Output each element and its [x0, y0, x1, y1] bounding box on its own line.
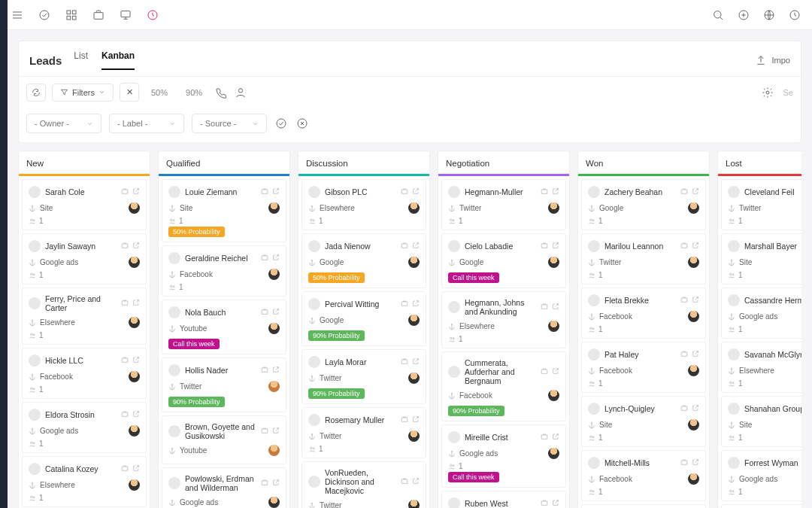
lead-card[interactable]: Catalina KozeyElsewhere1	[22, 456, 147, 507]
plus-circle-icon[interactable]	[737, 8, 750, 22]
clock-alert-icon[interactable]	[146, 8, 159, 22]
lead-card[interactable]: Eldora StrosinGoogle ads1	[22, 402, 147, 453]
open-icon[interactable]	[692, 458, 699, 468]
chip-90[interactable]: 90%	[180, 85, 208, 100]
search-icon[interactable]	[711, 8, 725, 22]
lead-card[interactable]: Nola BauchYoutubeCall this week	[162, 300, 286, 354]
lead-card[interactable]: Rosemary MullerTwitter1	[301, 407, 426, 458]
briefcase-icon[interactable]	[401, 187, 408, 197]
lead-card[interactable]: Layla MorarTwitter90% Probability	[301, 349, 426, 404]
lead-card[interactable]: Pat HaleyFacebook1	[581, 342, 706, 393]
open-icon[interactable]	[412, 187, 420, 197]
open-icon[interactable]	[552, 367, 559, 377]
menu-icon[interactable]	[11, 8, 24, 22]
open-icon[interactable]	[272, 253, 280, 263]
open-icon[interactable]	[132, 241, 140, 251]
lead-card[interactable]: Jada NienowGoogle50% Probability	[301, 233, 426, 288]
lead-card[interactable]: Mitchell-MillsFacebook1	[581, 450, 706, 501]
assignee-avatar[interactable]	[129, 425, 140, 437]
briefcase-icon[interactable]	[121, 464, 129, 474]
briefcase-icon[interactable]	[121, 409, 129, 420]
tab-list[interactable]: List	[74, 50, 88, 70]
assignee-avatar[interactable]	[268, 269, 280, 280]
open-icon[interactable]	[132, 187, 140, 197]
briefcase-icon[interactable]	[680, 403, 688, 414]
search-placeholder[interactable]: Se	[783, 88, 793, 97]
assignee-avatar[interactable]	[129, 202, 140, 214]
briefcase-icon[interactable]	[680, 349, 688, 360]
open-icon[interactable]	[272, 426, 280, 437]
label-select[interactable]: - Label -	[109, 114, 184, 133]
filters-button[interactable]: Filters	[52, 84, 114, 102]
grid-icon[interactable]	[65, 8, 78, 22]
lead-card[interactable]: Savanah McGlynnElsewhere1	[721, 342, 801, 393]
column-body[interactable]: Hegmann-MullerTwitter1Cielo LabadieGoogl…	[438, 176, 569, 508]
lead-card[interactable]: Marshall BayerSite1	[721, 233, 801, 284]
briefcase-icon[interactable]	[401, 357, 408, 367]
assignee-avatar[interactable]	[688, 419, 699, 430]
user-icon[interactable]	[234, 86, 247, 99]
open-icon[interactable]	[272, 365, 280, 376]
lead-card[interactable]: Fleta BrekkeFacebook1	[581, 287, 706, 339]
assignee-avatar[interactable]	[268, 497, 280, 508]
assignee-avatar[interactable]	[129, 479, 140, 491]
lead-card[interactable]: Percival WittingGoogle90% Probability	[301, 291, 426, 346]
open-icon[interactable]	[272, 187, 280, 197]
column-body[interactable]: Cleveland FeilTwitter1Marshall BayerSite…	[718, 176, 801, 508]
briefcase-icon[interactable]	[401, 241, 408, 251]
lead-card[interactable]: Marilou LeannonTwitter1	[581, 233, 706, 284]
lead-card[interactable]: Louie ZiemannSite150% Probability	[162, 179, 286, 242]
open-icon[interactable]	[552, 432, 559, 443]
globe-icon[interactable]	[762, 8, 776, 22]
open-icon[interactable]	[692, 403, 699, 414]
history-icon[interactable]	[788, 8, 801, 22]
lead-card[interactable]: Hickle LLCFacebook1	[22, 348, 147, 399]
assignee-avatar[interactable]	[129, 371, 140, 382]
open-icon[interactable]	[692, 241, 699, 251]
briefcase-icon[interactable]	[121, 187, 129, 197]
open-icon[interactable]	[552, 187, 559, 197]
assignee-avatar[interactable]	[548, 448, 559, 459]
assignee-avatar[interactable]	[408, 430, 420, 442]
lead-card[interactable]: Cleveland FeilTwitter1	[721, 179, 801, 230]
apply-icon[interactable]	[274, 117, 288, 130]
lead-card[interactable]: Hegmann, Johns and AnkundingElsewhere1	[441, 291, 566, 348]
briefcase-icon[interactable]	[680, 458, 688, 468]
briefcase-icon[interactable]	[261, 426, 268, 437]
lead-card[interactable]: Brown, Goyette and GusikowskiYoutube	[162, 415, 286, 464]
assignee-avatar[interactable]	[408, 373, 420, 384]
lead-card[interactable]: VonRueden, Dickinson and MacejkovicTwitt…	[301, 461, 426, 508]
column-body[interactable]: Zachery BeahanGoogle1Marilou LeannonTwit…	[578, 176, 709, 508]
import-label[interactable]: Impo	[772, 56, 790, 65]
briefcase-icon[interactable]	[261, 478, 268, 488]
lead-card[interactable]: Sarah ColeSite1	[22, 179, 147, 230]
owner-select[interactable]: - Owner -	[26, 114, 102, 133]
open-icon[interactable]	[272, 478, 280, 488]
assignee-avatar[interactable]	[688, 473, 699, 485]
lead-card[interactable]: Lynch-QuigleySite1	[581, 396, 706, 447]
open-icon[interactable]	[412, 415, 420, 425]
lead-card[interactable]: Geraldine ReichelFacebook1	[162, 245, 286, 297]
lead-card[interactable]: Zachery BeahanGoogle1	[581, 179, 706, 230]
open-icon[interactable]	[132, 464, 140, 474]
assignee-avatar[interactable]	[268, 323, 280, 334]
assignee-avatar[interactable]	[688, 365, 699, 376]
briefcase-icon[interactable]	[541, 498, 548, 508]
reset-icon[interactable]	[295, 117, 309, 130]
lead-card[interactable]: Ruben WestYoutubeCall this week	[441, 491, 566, 508]
open-icon[interactable]	[412, 476, 420, 487]
briefcase-icon[interactable]	[541, 367, 548, 377]
open-icon[interactable]	[692, 295, 699, 306]
lead-card[interactable]: Hegmann-MullerTwitter1	[441, 179, 566, 230]
briefcase-icon[interactable]	[92, 8, 105, 22]
chip-50[interactable]: 50%	[145, 85, 174, 100]
assignee-avatar[interactable]	[408, 315, 420, 326]
briefcase-icon[interactable]	[401, 476, 408, 487]
assignee-avatar[interactable]	[129, 317, 140, 328]
lead-card[interactable]: Erin Bahringer	[721, 504, 801, 508]
open-icon[interactable]	[552, 241, 559, 251]
phone-icon[interactable]	[214, 86, 228, 99]
assignee-avatar[interactable]	[688, 257, 699, 268]
lead-card[interactable]: Cassandre HermanGoogle ads1	[721, 287, 801, 339]
open-icon[interactable]	[692, 349, 699, 360]
